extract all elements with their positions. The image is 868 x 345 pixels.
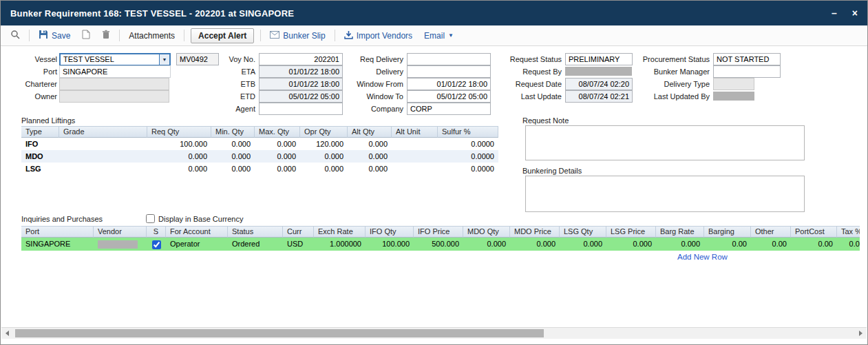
cell-sulfur[interactable]: 0.0000 — [438, 150, 498, 163]
delete-button[interactable] — [99, 28, 113, 43]
request-note-textarea[interactable] — [525, 125, 805, 160]
cell-alt-qty[interactable]: 0.000 — [348, 150, 392, 163]
column-header-ifo-qty[interactable]: IFO Qty — [366, 226, 414, 238]
cell-alt-unit[interactable] — [392, 138, 438, 150]
cell-barging[interactable]: 0.00 — [704, 238, 751, 251]
cell-sulfur[interactable]: 0.0000 — [438, 163, 498, 175]
cell-req-qty[interactable]: 0.000 — [147, 163, 211, 175]
column-header-min-qty[interactable]: Min. Qty — [211, 126, 255, 138]
cell-for-account[interactable]: Operator — [166, 238, 228, 251]
bunker-slip-button[interactable]: Bunker Slip — [267, 30, 328, 42]
req-delivery-field[interactable] — [407, 53, 491, 65]
cell-tax[interactable]: 0.00 — [837, 238, 860, 251]
cell-grade[interactable] — [59, 138, 147, 150]
cell-alt-unit[interactable] — [392, 163, 438, 175]
cell-sulfur[interactable]: 0.0000 — [438, 138, 498, 150]
cell-lsg-price[interactable]: 0.000 — [606, 238, 656, 251]
table-row-mdo[interactable]: MDO 0.000 0.000 0.000 0.000 0.000 0.0000 — [21, 150, 498, 163]
cell-port[interactable]: SINGAPORE — [21, 238, 94, 251]
cell-alt-qty[interactable]: 0.000 — [348, 138, 392, 150]
close-button[interactable]: × — [852, 8, 858, 18]
scroll-right-button[interactable] — [855, 328, 867, 339]
cell-exch-rate[interactable]: 1.000000 — [314, 238, 366, 251]
cell-status[interactable]: Ordered — [228, 238, 283, 251]
accept-alert-button[interactable]: Accept Alert — [191, 28, 254, 43]
vessel-select[interactable]: TEST VESSEL ▼ — [59, 53, 171, 66]
window-from-field[interactable]: 01/01/22 18:00 — [407, 78, 491, 90]
voy-no-field[interactable]: 202201 — [259, 53, 343, 65]
cell-min-qty[interactable]: 0.000 — [211, 150, 255, 163]
new-document-button[interactable] — [79, 28, 93, 43]
column-header-portcost[interactable]: PortCost — [791, 226, 837, 238]
column-header-selected[interactable]: S — [147, 226, 166, 238]
column-header-alt-qty[interactable]: Alt Qty — [348, 126, 392, 138]
column-header-alt-unit[interactable]: Alt Unit — [392, 126, 438, 138]
cell-grade[interactable] — [59, 150, 147, 163]
cell-max-qty[interactable]: 0.000 — [255, 138, 300, 150]
column-header-vendor[interactable]: Vendor — [94, 226, 147, 238]
cell-barg-rate[interactable]: 0.000 — [656, 238, 704, 251]
cell-min-qty[interactable]: 0.000 — [211, 163, 255, 175]
column-header-curr[interactable]: Curr — [283, 226, 314, 238]
table-row-lsg[interactable]: LSG 0.000 0.000 0.000 0.000 0.000 0.0000 — [21, 163, 498, 175]
cell-other[interactable]: 0.00 — [751, 238, 791, 251]
procurement-status-field[interactable]: NOT STARTED — [713, 53, 781, 65]
attachments-button[interactable]: Attachments — [126, 30, 178, 42]
column-header-exch-rate[interactable]: Exch Rate — [314, 226, 366, 238]
eta-field[interactable]: 01/01/22 18:00 — [259, 65, 343, 78]
cell-min-qty[interactable]: 0.000 — [211, 138, 255, 150]
column-header-req-qty[interactable]: Req Qty — [147, 126, 211, 138]
chevron-down-icon[interactable]: ▼ — [159, 54, 169, 65]
cell-req-qty[interactable]: 100.000 — [147, 138, 211, 150]
cell-mdo-qty[interactable]: 0.000 — [463, 238, 510, 251]
window-to-field[interactable]: 05/01/22 05:00 — [407, 90, 491, 103]
cell-max-qty[interactable]: 0.000 — [255, 150, 300, 163]
minimize-button[interactable]: – — [832, 8, 837, 18]
company-field[interactable]: CORP — [407, 103, 491, 115]
column-header-barg-rate[interactable]: Barg Rate — [656, 226, 704, 238]
agent-field[interactable] — [259, 103, 343, 115]
save-button[interactable]: Save — [36, 28, 73, 43]
column-header-barging[interactable]: Barging — [704, 226, 751, 238]
cell-alt-unit[interactable] — [392, 150, 438, 163]
column-header-lsg-price[interactable]: LSG Price — [606, 226, 656, 238]
cell-lsg-qty[interactable]: 0.000 — [560, 238, 606, 251]
cell-ifo-price[interactable]: 500.000 — [414, 238, 463, 251]
column-header-status[interactable]: Status — [228, 226, 283, 238]
cell-ifo-qty[interactable]: 100.000 — [366, 238, 414, 251]
delivery-field[interactable] — [407, 65, 491, 78]
cell-max-qty[interactable]: 0.000 — [255, 163, 300, 175]
horizontal-scrollbar[interactable] — [1, 327, 867, 339]
column-header-opr-qty[interactable]: Opr Qty — [300, 126, 348, 138]
cell-vendor[interactable] — [94, 238, 147, 251]
etb-field[interactable]: 01/01/22 18:00 — [259, 78, 343, 90]
cell-mdo-price[interactable]: 0.000 — [510, 238, 560, 251]
column-header-lsg-qty[interactable]: LSG Qty — [560, 226, 606, 238]
port-field[interactable]: SINGAPORE — [59, 65, 171, 78]
inquiry-row[interactable]: SINGAPORE Operator Ordered USD 1.000000 … — [21, 238, 860, 251]
column-header-other[interactable]: Other — [751, 226, 791, 238]
cell-curr[interactable]: USD — [283, 238, 314, 251]
column-header-tax[interactable]: Tax % — [837, 226, 860, 238]
import-vendors-button[interactable]: Import Vendors — [341, 29, 415, 43]
scroll-left-button[interactable] — [1, 328, 13, 339]
column-header-sulfur[interactable]: Sulfur % — [438, 126, 498, 138]
add-new-row-link[interactable]: Add New Row — [677, 253, 728, 261]
bunkering-details-textarea[interactable] — [525, 176, 805, 212]
etd-field[interactable]: 05/01/22 05:00 — [259, 90, 343, 103]
cell-req-qty[interactable]: 0.000 — [147, 150, 211, 163]
row-selected-checkbox[interactable] — [152, 240, 161, 249]
column-header-ifo-price[interactable]: IFO Price — [414, 226, 463, 238]
search-button[interactable] — [8, 28, 23, 43]
column-header-max-qty[interactable]: Max. Qty — [255, 126, 300, 138]
display-base-currency-checkbox[interactable] — [146, 214, 155, 223]
column-header-type[interactable]: Type — [21, 126, 59, 138]
column-header-mdo-qty[interactable]: MDO Qty — [463, 226, 510, 238]
cell-grade[interactable] — [59, 163, 147, 175]
cell-portcost[interactable]: 0.00 — [791, 238, 837, 251]
table-row-ifo[interactable]: IFO 100.000 0.000 0.000 120.000 0.000 0.… — [21, 138, 498, 150]
column-header-port[interactable]: Port — [21, 226, 94, 238]
cell-alt-qty[interactable]: 0.000 — [348, 163, 392, 175]
bunker-manager-field[interactable] — [713, 65, 781, 78]
column-header-grade[interactable]: Grade — [59, 126, 147, 138]
